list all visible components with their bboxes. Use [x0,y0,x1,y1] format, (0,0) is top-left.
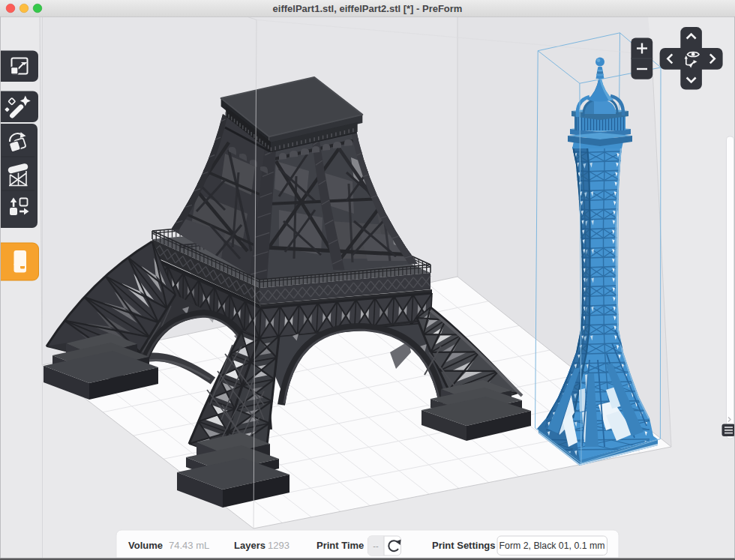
svg-text:--: -- [373,541,379,550]
svg-text:Volume: Volume [128,540,163,551]
svg-text:eiffelPart1.stl, eiffelPart2.s: eiffelPart1.stl, eiffelPart2.stl [*] - P… [273,3,463,14]
svg-text:Print Settings: Print Settings [432,540,496,551]
svg-text:Form 2, Black 01, 0.1 mm: Form 2, Black 01, 0.1 mm [500,541,605,551]
svg-text:74.43 mL: 74.43 mL [169,540,209,551]
svg-text:Print Time: Print Time [316,540,364,551]
svg-text:1293: 1293 [268,540,290,551]
svg-text:Layers: Layers [234,540,266,551]
